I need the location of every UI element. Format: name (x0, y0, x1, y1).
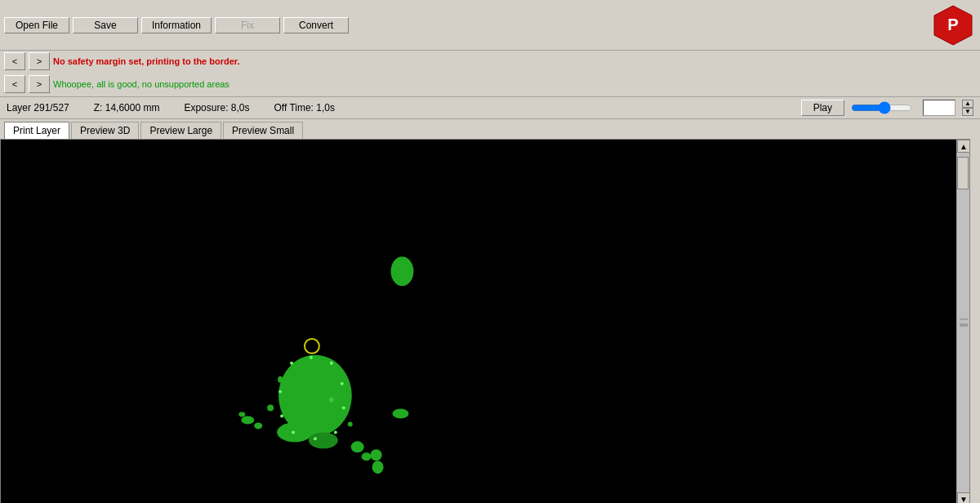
svg-point-20 (329, 398, 334, 403)
ok-text: Whoopee, all is good, no unsupported are… (53, 79, 229, 89)
scroll-down-button[interactable]: ▼ (957, 492, 970, 503)
svg-point-10 (393, 409, 409, 419)
svg-point-21 (290, 362, 293, 365)
tab-print-layer[interactable]: Print Layer (4, 122, 69, 139)
svg-point-2 (391, 256, 414, 286)
svg-point-30 (278, 390, 282, 394)
svg-text:P: P (947, 16, 958, 33)
save-button[interactable]: Save (73, 17, 138, 33)
scroll-thumb-vertical[interactable] (957, 157, 969, 189)
svg-point-9 (238, 412, 245, 417)
svg-point-27 (314, 437, 317, 440)
tabs-row: Print Layer Preview 3D Preview Large Pre… (0, 119, 980, 139)
play-button[interactable]: Play (801, 100, 844, 116)
prev-button-1[interactable]: < (4, 52, 25, 70)
info-row: Layer 291/527 Z: 14,6000 mm Exposure: 8,… (0, 96, 980, 119)
tab-preview-small[interactable]: Preview Small (223, 122, 303, 139)
svg-point-26 (334, 430, 337, 434)
next-button-2[interactable]: > (29, 75, 50, 93)
svg-point-17 (341, 377, 346, 382)
svg-point-16 (278, 376, 283, 383)
svg-point-25 (342, 407, 345, 410)
layer-spinner: ▲ ▼ (962, 100, 973, 116)
tab-preview-large[interactable]: Preview Large (140, 122, 221, 139)
open-file-button[interactable]: Open File (4, 17, 69, 33)
next-button-1[interactable]: > (29, 52, 50, 70)
svg-point-3 (305, 339, 319, 354)
spin-up-button[interactable]: ▲ (962, 100, 973, 108)
layer-preview-canvas (1, 140, 969, 503)
svg-point-11 (351, 441, 364, 452)
svg-point-12 (362, 452, 372, 461)
warning-text-1: No safety margin set, printing to the bo… (53, 56, 240, 66)
scroll-track-vertical (957, 153, 969, 492)
svg-point-22 (310, 356, 313, 359)
toolbar: Open File Save Information Fix Convert P (0, 0, 980, 51)
layer-input[interactable]: 291 (923, 100, 956, 116)
main-wrapper: Open File Save Information Fix Convert P… (0, 0, 980, 503)
content-area: ▲ ▼ ◄ ► (0, 139, 980, 503)
nav-warning-row2: < > Whoopee, all is good, no unsupported… (0, 73, 980, 95)
off-time-info: Off Time: 1,0s (274, 102, 334, 114)
exposure-info: Exposure: 8,0s (184, 102, 249, 114)
svg-point-19 (348, 421, 353, 426)
svg-point-7 (241, 416, 254, 424)
scroll-up-button[interactable]: ▲ (957, 140, 970, 153)
prev-button-2[interactable]: < (4, 75, 25, 93)
layer-info: Layer 291/527 (7, 102, 69, 114)
fix-button: Fix (215, 17, 280, 33)
convert-button[interactable]: Convert (283, 17, 349, 33)
svg-point-13 (371, 449, 382, 461)
svg-point-23 (330, 362, 333, 365)
slider-container (851, 101, 916, 114)
information-button[interactable]: Information (141, 17, 212, 33)
z-info: Z: 14,6000 mm (94, 102, 160, 114)
nav-warning-row1: < > No safety margin set, printing to th… (0, 51, 980, 72)
svg-point-24 (341, 382, 344, 385)
svg-point-28 (292, 430, 295, 434)
tab-preview-3d[interactable]: Preview 3D (71, 122, 139, 139)
play-area: Play 291 ▲ ▼ (801, 100, 973, 116)
svg-point-14 (372, 461, 384, 474)
spin-down-button[interactable]: ▼ (962, 108, 973, 116)
svg-point-6 (309, 432, 338, 448)
svg-point-15 (267, 405, 274, 412)
vertical-scrollbar: ▲ ▼ (956, 140, 969, 503)
canvas-container: ▲ ▼ (0, 139, 970, 503)
svg-point-18 (336, 412, 343, 421)
svg-point-8 (254, 422, 262, 429)
app-logo: P (931, 2, 976, 47)
layer-slider[interactable] (851, 101, 912, 114)
svg-point-29 (280, 414, 283, 417)
